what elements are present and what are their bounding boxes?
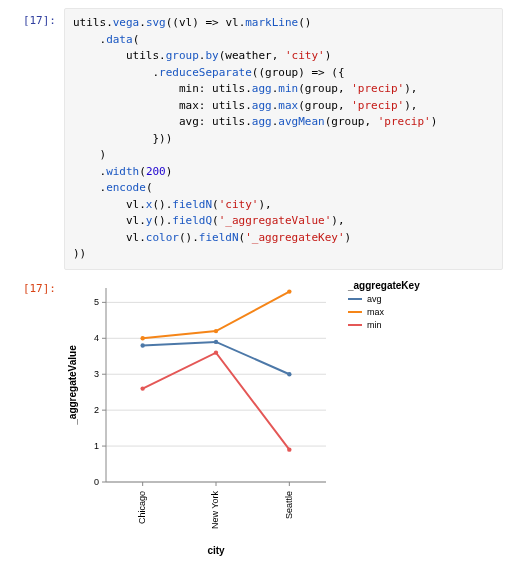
legend-swatch bbox=[348, 324, 362, 326]
svg-text:2: 2 bbox=[94, 405, 99, 415]
code-token: 200 bbox=[146, 165, 166, 178]
code-token: group bbox=[331, 115, 364, 128]
code-token: utils bbox=[212, 99, 245, 112]
code-token: min bbox=[179, 82, 199, 95]
code-token: fieldN bbox=[172, 198, 212, 211]
svg-text:0: 0 bbox=[94, 477, 99, 487]
input-prompt: [17]: bbox=[8, 8, 64, 27]
code-token: 'precip' bbox=[351, 99, 404, 112]
code-token: markLine bbox=[245, 16, 298, 29]
legend-swatch bbox=[348, 298, 362, 300]
legend-label: min bbox=[367, 320, 382, 330]
code-token: 'city' bbox=[219, 198, 259, 211]
code-token: svg bbox=[146, 16, 166, 29]
code-token: color bbox=[146, 231, 179, 244]
code-token: 'precip' bbox=[351, 82, 404, 95]
svg-point-33 bbox=[214, 350, 218, 354]
code-token: width bbox=[106, 165, 139, 178]
output-cell: [17]: 012345ChicagoNew YorkSeattle_aggre… bbox=[8, 276, 503, 563]
code-token: => bbox=[311, 66, 324, 79]
code-token: by bbox=[205, 49, 218, 62]
svg-text:3: 3 bbox=[94, 369, 99, 379]
code-token: agg bbox=[252, 82, 272, 95]
svg-text:_aggregateValue: _aggregateValue bbox=[67, 344, 78, 425]
code-token: y bbox=[146, 214, 153, 227]
svg-text:Chicago: Chicago bbox=[137, 491, 147, 524]
code-token: '_aggregateKey' bbox=[245, 231, 344, 244]
chart-legend: _aggregateKey avgmaxmin bbox=[348, 280, 420, 330]
svg-point-29 bbox=[140, 336, 144, 340]
code-token: avg bbox=[179, 115, 199, 128]
code-token: weather bbox=[225, 49, 271, 62]
legend-item: max bbox=[348, 307, 420, 317]
code-token: utils bbox=[73, 16, 106, 29]
code-token: '_aggregateValue' bbox=[219, 214, 332, 227]
code-token: group bbox=[166, 49, 199, 62]
code-token: vega bbox=[113, 16, 140, 29]
svg-text:5: 5 bbox=[94, 297, 99, 307]
svg-point-32 bbox=[140, 386, 144, 390]
output-prompt: [17]: bbox=[8, 276, 64, 295]
input-cell: [17]: utils.vega.svg((vl) => vl.markLine… bbox=[8, 8, 503, 270]
svg-point-26 bbox=[140, 343, 144, 347]
code-token: group bbox=[265, 66, 298, 79]
svg-text:1: 1 bbox=[94, 441, 99, 451]
svg-point-27 bbox=[214, 339, 218, 343]
output-area: 012345ChicagoNew YorkSeattle_aggregateVa… bbox=[64, 276, 503, 563]
code-token: data bbox=[106, 33, 133, 46]
code-token: vl bbox=[126, 214, 139, 227]
code-token: avgMean bbox=[278, 115, 324, 128]
svg-point-31 bbox=[287, 289, 291, 293]
svg-text:Seattle: Seattle bbox=[284, 491, 294, 519]
code-token: fieldQ bbox=[172, 214, 212, 227]
code-token: group bbox=[305, 82, 338, 95]
code-token: min bbox=[278, 82, 298, 95]
code-token: utils bbox=[212, 115, 245, 128]
code-token: vl bbox=[225, 16, 238, 29]
svg-text:New York: New York bbox=[210, 490, 220, 529]
code-token: group bbox=[305, 99, 338, 112]
legend-item: avg bbox=[348, 294, 420, 304]
chart-svg: 012345ChicagoNew YorkSeattle_aggregateVa… bbox=[64, 280, 334, 560]
code-token: agg bbox=[252, 115, 272, 128]
svg-text:city: city bbox=[207, 545, 225, 556]
code-token: max bbox=[278, 99, 298, 112]
code-token: reduceSeparate bbox=[159, 66, 252, 79]
code-token: => bbox=[206, 16, 219, 29]
code-token: agg bbox=[252, 99, 272, 112]
code-token: max bbox=[179, 99, 199, 112]
svg-point-34 bbox=[287, 447, 291, 451]
legend-label: avg bbox=[367, 294, 382, 304]
code-token: fieldN bbox=[199, 231, 239, 244]
svg-text:4: 4 bbox=[94, 333, 99, 343]
legend-item: min bbox=[348, 320, 420, 330]
code-block[interactable]: utils.vega.svg((vl) => vl.markLine() .da… bbox=[64, 8, 503, 270]
code-token: 'precip' bbox=[378, 115, 431, 128]
code-token: utils bbox=[126, 49, 159, 62]
code-token: encode bbox=[106, 181, 146, 194]
legend-swatch bbox=[348, 311, 362, 313]
legend-title: _aggregateKey bbox=[348, 280, 420, 291]
svg-point-30 bbox=[214, 328, 218, 332]
code-token: vl bbox=[126, 198, 139, 211]
code-token: vl bbox=[126, 231, 139, 244]
chart-plot: 012345ChicagoNew YorkSeattle_aggregateVa… bbox=[64, 280, 334, 563]
code-token: utils bbox=[212, 82, 245, 95]
svg-point-28 bbox=[287, 372, 291, 376]
code-token: x bbox=[146, 198, 153, 211]
legend-label: max bbox=[367, 307, 384, 317]
code-token: 'city' bbox=[285, 49, 325, 62]
code-token: vl bbox=[179, 16, 192, 29]
chart-container: 012345ChicagoNew YorkSeattle_aggregateVa… bbox=[64, 280, 503, 563]
